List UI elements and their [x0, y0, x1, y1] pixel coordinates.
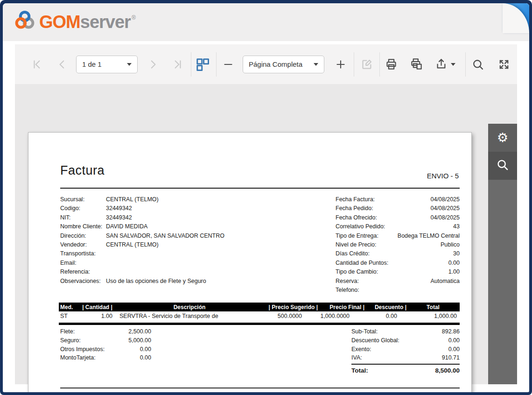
page-select-value: 1 de 1	[82, 60, 102, 68]
app-surface: GOMserver® 1 de 1	[3, 3, 529, 392]
col-descripcion: Descripción	[117, 304, 262, 310]
customer-fields: Sucursal:CENTRAL (TELMO) Codigo:32449342…	[60, 195, 247, 286]
page-corner-decoration	[503, 3, 529, 33]
field-row: Referencia:	[60, 268, 247, 276]
page-corner-curl	[503, 3, 529, 33]
viewer-toolbar: 1 de 1 Página Completa	[15, 44, 517, 84]
previous-page-button[interactable]	[56, 58, 69, 71]
app-window: GOMserver® 1 de 1	[0, 0, 532, 395]
field-row: Tipo de Entrega:Bodega TELMO Central	[336, 232, 460, 240]
totals-rule	[351, 364, 460, 365]
page-select[interactable]: 1 de 1	[76, 56, 138, 73]
viewer-canvas: Factura ENVIO - 5 Sucursal:CENTRAL (TELM…	[15, 84, 517, 384]
charge-row: MontoTarjeta:0.00	[60, 353, 151, 362]
grand-total-row: Total: 8,500.00	[351, 367, 460, 374]
logo-rings-icon	[13, 9, 39, 35]
report-page: Factura ENVIO - 5 Sucursal:CENTRAL (TELM…	[28, 132, 472, 392]
field-row: Observaciones:Uso de las opciones de Fle…	[60, 277, 247, 286]
report-title: Factura	[60, 163, 105, 178]
total-row: Descuento Global:0.00	[351, 336, 460, 345]
first-page-button[interactable]	[31, 58, 44, 71]
multipage-view-button[interactable]	[195, 57, 210, 72]
toolbar-separator	[379, 52, 380, 77]
charges-block: Flete:2,500.00 Seguro:5,000.00 Otros Imp…	[60, 327, 151, 362]
zoom-out-button[interactable]	[222, 58, 235, 71]
zoom-select[interactable]: Página Completa	[243, 56, 324, 73]
col-precio-sugerido: | Precio Sugerido |	[262, 304, 318, 310]
field-row: Correlativo Pedido:43	[336, 222, 460, 231]
right-sidebar: ⚙	[488, 124, 517, 384]
field-row: Sucursal:CENTRAL (TELMO)	[60, 195, 247, 204]
toolbar-separator	[216, 52, 217, 77]
charge-row: Seguro:5,000.00	[60, 336, 151, 345]
toolbar-separator	[465, 52, 466, 77]
grand-total-value: 8,500.00	[435, 367, 460, 374]
field-row: Vendedor:CENTRAL (TELMO)	[60, 240, 247, 249]
field-row: Fecha Factura:04/08/2025	[336, 195, 460, 204]
caret-down-icon	[127, 63, 132, 66]
items-table-header: Med. | Cantidad | Descripción | Precio S…	[59, 303, 460, 311]
zoom-in-button[interactable]	[334, 58, 347, 71]
col-descuento: Descuento |	[364, 304, 406, 310]
charge-row: Otros Impuestos:0.00	[60, 345, 151, 354]
footer-rule	[60, 388, 460, 388]
col-cantidad: | Cantidad |	[77, 304, 117, 310]
title-rule	[60, 188, 460, 189]
report-number: ENVIO - 5	[427, 172, 459, 180]
field-row: Nivel de Precio:Publico	[336, 240, 460, 249]
field-row: Reserva:Automatica	[336, 277, 460, 286]
charge-row: Flete:2,500.00	[60, 327, 151, 336]
totals-block: Sub-Total:892.86 Descuento Global:0.00 E…	[351, 327, 460, 362]
field-row: Nombre Cliente:DAVID MEDIDA	[60, 222, 247, 231]
logo-registered-mark: ®	[132, 14, 135, 21]
sidebar-search-button[interactable]	[488, 152, 517, 180]
print-button[interactable]	[385, 58, 398, 71]
fullscreen-button[interactable]	[497, 58, 511, 71]
export-button[interactable]	[434, 57, 456, 71]
settings-button[interactable]: ⚙	[488, 124, 517, 152]
last-page-button[interactable]	[171, 58, 184, 71]
toolbar-separator	[354, 52, 354, 77]
field-row: Codigo:32449342	[60, 204, 247, 213]
col-total: Total	[406, 304, 460, 310]
edit-button[interactable]	[360, 58, 373, 71]
grand-total-label: Total:	[351, 367, 368, 374]
field-row: Tipo de Cambio:1.00	[336, 268, 460, 276]
app-header: GOMserver®	[3, 3, 529, 41]
col-med: Med.	[59, 304, 77, 310]
logo-server: server	[80, 12, 131, 32]
total-row: IVA:910.71	[351, 353, 460, 362]
caret-down-icon	[451, 63, 455, 66]
total-row: Sub-Total:892.86	[351, 327, 460, 336]
items-table-row: ST 1.00 SERVTRA - Servicio de Transporte…	[59, 313, 460, 319]
search-button[interactable]	[471, 58, 484, 71]
search-icon	[496, 158, 510, 174]
field-row: Dirección:SAN SALVADOR, SAN SALVADOR CEN…	[60, 232, 247, 240]
field-row: Fecha Pedido:04/08/2025	[336, 204, 460, 213]
col-precio-final: Precio Final |	[318, 304, 364, 310]
caret-down-icon	[314, 63, 318, 66]
field-row: Cantidad de Puntos:0.00	[336, 259, 460, 268]
field-row: Transportista:	[60, 249, 247, 258]
field-row: Telefono:	[336, 286, 460, 295]
zoom-select-value: Página Completa	[249, 60, 302, 68]
next-page-button[interactable]	[146, 58, 159, 71]
field-row: NIT:32449342	[60, 213, 247, 222]
field-row: Email:	[60, 259, 247, 268]
settings-icon: ⚙	[497, 132, 508, 144]
toolbar-separator	[191, 52, 191, 77]
table-end-rule	[59, 323, 460, 325]
logo-gom: GOM	[39, 12, 80, 32]
field-row: Fecha Ofrecido:04/08/2025	[336, 213, 460, 222]
app-logo: GOMserver®	[13, 9, 135, 35]
order-fields: Fecha Factura:04/08/2025 Fecha Pedido:04…	[336, 195, 460, 295]
print-page-button[interactable]	[410, 58, 423, 71]
logo-text: GOMserver®	[39, 12, 135, 32]
total-row: Exento:0.00	[351, 345, 460, 354]
field-row: Días Crédito:30	[336, 249, 460, 258]
report-viewer: 1 de 1 Página Completa	[15, 44, 517, 384]
